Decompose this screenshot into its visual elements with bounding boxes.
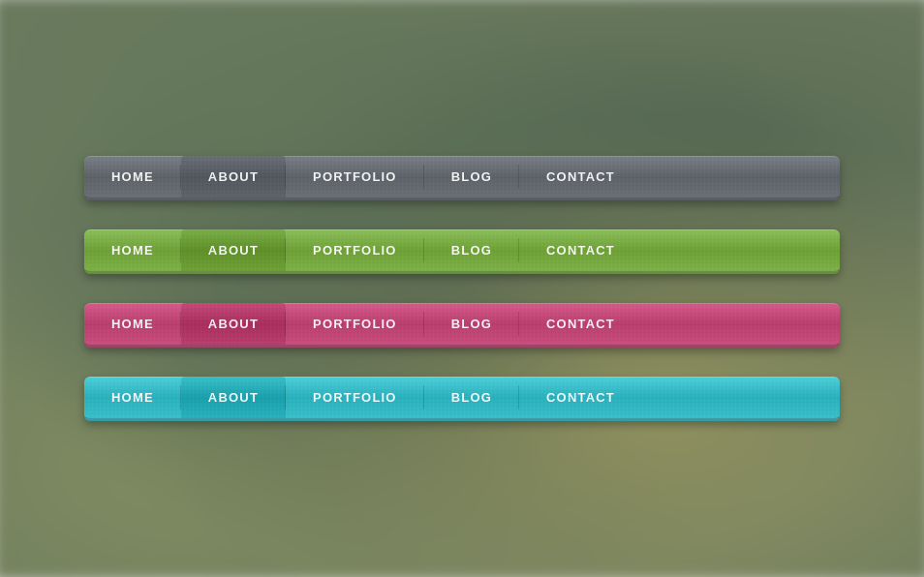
nav-about-pink[interactable]: ABOUT <box>181 303 286 345</box>
nav-contact-gray[interactable]: CONTACT <box>519 156 642 197</box>
navbar-gray: HOME ABOUT PORTFOLIO BLOG CONTACT <box>84 156 840 200</box>
navbar-green: HOME ABOUT PORTFOLIO BLOG CONTACT <box>84 229 840 274</box>
navbar-pink: HOME ABOUT PORTFOLIO BLOG CONTACT <box>84 303 840 348</box>
nav-blog-pink[interactable]: BLOG <box>424 303 519 345</box>
nav-about-cyan[interactable]: ABOUT <box>181 377 286 418</box>
main-content: HOME ABOUT PORTFOLIO BLOG CONTACT HOME A… <box>0 0 924 577</box>
nav-blog-cyan[interactable]: BLOG <box>424 377 519 418</box>
nav-blog-green[interactable]: BLOG <box>424 229 519 271</box>
nav-blog-gray[interactable]: BLOG <box>424 156 519 197</box>
nav-home-pink[interactable]: HOME <box>84 303 181 345</box>
nav-home-cyan[interactable]: HOME <box>84 377 181 418</box>
nav-contact-cyan[interactable]: CONTACT <box>519 377 642 418</box>
nav-contact-green[interactable]: CONTACT <box>519 229 642 271</box>
navbar-cyan: HOME ABOUT PORTFOLIO BLOG CONTACT <box>84 377 840 421</box>
nav-home-green[interactable]: HOME <box>84 229 181 271</box>
nav-portfolio-cyan[interactable]: PORTFOLIO <box>286 377 424 418</box>
nav-about-gray[interactable]: ABOUT <box>181 156 286 197</box>
nav-home-gray[interactable]: HOME <box>84 156 181 197</box>
nav-contact-pink[interactable]: CONTACT <box>519 303 642 345</box>
nav-portfolio-green[interactable]: PORTFOLIO <box>286 229 424 271</box>
nav-portfolio-gray[interactable]: PORTFOLIO <box>286 156 424 197</box>
nav-about-green[interactable]: ABOUT <box>181 229 286 271</box>
nav-portfolio-pink[interactable]: PORTFOLIO <box>286 303 424 345</box>
